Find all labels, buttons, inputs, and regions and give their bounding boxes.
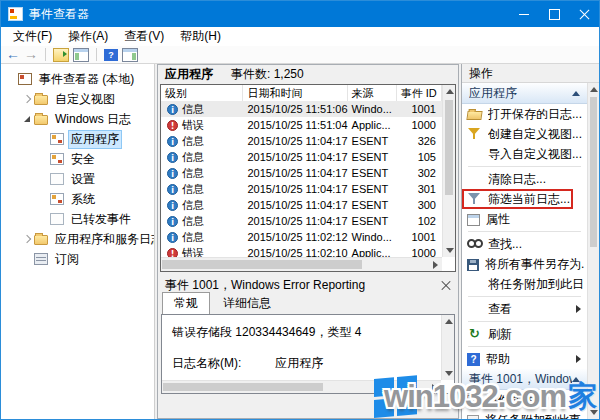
collapse-section-icon[interactable]: [572, 91, 580, 96]
show-action-pane-icon[interactable]: [122, 48, 138, 62]
scroll-up-icon[interactable]: [587, 83, 599, 96]
vertical-scrollbar[interactable]: [587, 83, 599, 419]
tree-expander-collapsed[interactable]: [19, 236, 34, 242]
action-save-all-events-as[interactable]: 将所有事件另存为...: [462, 254, 587, 274]
event-row[interactable]: i信息2015/10/25 11:51:06Windo...1001: [161, 101, 442, 117]
action-item-label: 查找...: [488, 236, 584, 253]
event-row[interactable]: i信息2015/10/25 11:04:17ESENT326: [161, 133, 442, 149]
horizontal-scrollbar[interactable]: [162, 380, 441, 393]
scrollbar-thumb[interactable]: [162, 260, 362, 269]
preview-close-icon[interactable]: [441, 281, 451, 291]
action-open-saved-log[interactable]: 打开保存的日志...: [462, 104, 587, 124]
error-icon: !: [167, 120, 178, 131]
action-section-header-log[interactable]: 应用程序: [462, 83, 587, 104]
scrollbar-thumb[interactable]: [163, 383, 323, 391]
tree-item-windows-logs[interactable]: Windows 日志: [1, 109, 154, 129]
action-separator: [468, 296, 581, 297]
tree-expander-expanded[interactable]: [19, 116, 34, 122]
close-button[interactable]: [569, 1, 599, 27]
minimize-icon: [519, 14, 529, 15]
scrollbar-thumb[interactable]: [445, 100, 453, 195]
event-level-text: 错误: [182, 246, 204, 258]
scroll-right-icon[interactable]: [428, 381, 441, 394]
actions-pane-title: 操作: [462, 64, 599, 83]
show-console-tree-icon[interactable]: [73, 48, 89, 62]
action-properties[interactable]: 属性: [462, 209, 587, 229]
log-icon: [50, 133, 64, 145]
event-description: 错误存储段 120334434649，类型 4: [172, 324, 361, 341]
tree-item-custom-views[interactable]: 自定义视图: [1, 89, 154, 109]
forward-icon[interactable]: →: [24, 47, 38, 62]
vertical-scrollbar[interactable]: [441, 315, 454, 380]
tree-item-setup[interactable]: 设置: [1, 169, 154, 189]
action-help[interactable]: ?帮助: [462, 349, 587, 369]
tree-item-system[interactable]: 系统: [1, 189, 154, 209]
back-icon[interactable]: ←: [6, 47, 20, 62]
horizontal-scrollbar[interactable]: [161, 257, 442, 271]
collapse-section-icon[interactable]: [572, 377, 580, 382]
help-icon[interactable]: ?: [104, 49, 118, 61]
subs-icon: [34, 253, 48, 265]
tree-expander-collapsed[interactable]: [19, 96, 34, 102]
help-icon: ?: [467, 353, 480, 366]
action-attach-task-to-log[interactable]: 将任务附加到此日...: [462, 274, 587, 294]
column-event-id[interactable]: 事件 ID: [397, 85, 442, 101]
event-row[interactable]: i信息2015/10/25 11:04:17ESENT105: [161, 149, 442, 165]
scroll-up-icon[interactable]: [442, 315, 455, 328]
menu-view[interactable]: 查看(V): [116, 28, 172, 45]
event-date-cell: 2015/10/25 11:04:17: [243, 215, 347, 227]
action-find[interactable]: 查找...: [462, 234, 587, 254]
column-level[interactable]: 级别: [161, 85, 243, 101]
minimize-button[interactable]: [509, 1, 539, 27]
scrollbar-thumb[interactable]: [590, 97, 597, 247]
action-attach-task-to-event[interactable]: 将任务附加到此事...: [462, 410, 587, 419]
action-refresh[interactable]: ↻刷新: [462, 324, 587, 344]
tree-item-subscriptions[interactable]: 订阅: [1, 249, 154, 269]
chevron-right-icon: [22, 235, 30, 243]
find-icon: [467, 237, 482, 251]
scroll-up-icon[interactable]: [443, 85, 456, 98]
page-icon: [50, 213, 64, 225]
action-import-custom-view[interactable]: 导入自定义视图...: [462, 144, 587, 164]
tree-item-forwarded-events[interactable]: 已转发事件: [1, 209, 154, 229]
event-row[interactable]: i信息2015/10/25 11:02:12Windo...1001: [161, 229, 442, 245]
action-view[interactable]: 查看: [462, 299, 587, 319]
tree-item-application[interactable]: 应用程序: [1, 129, 154, 149]
menu-help[interactable]: 帮助(H): [172, 28, 229, 45]
menu-action[interactable]: 操作(A): [60, 28, 116, 45]
action-clear-log[interactable]: 清除日志...: [462, 169, 587, 189]
action-filter-current-log[interactable]: 筛选当前日志...: [462, 189, 573, 209]
export-list-icon[interactable]: [53, 48, 69, 62]
tab-details[interactable]: 详细信息: [212, 293, 282, 314]
scroll-down-icon[interactable]: [443, 244, 456, 257]
action-create-custom-view[interactable]: 创建自定义视图...: [462, 124, 587, 144]
scroll-down-icon[interactable]: [587, 406, 599, 419]
event-row[interactable]: i信息2015/10/25 11:04:17ESENT102: [161, 213, 442, 229]
tree-item-label: 应用程序: [68, 130, 122, 149]
scroll-down-icon[interactable]: [442, 367, 455, 380]
event-row[interactable]: i信息2015/10/25 11:04:17ESENT300: [161, 197, 442, 213]
menu-file[interactable]: 文件(F): [5, 28, 60, 45]
action-item-label: 导入自定义视图...: [488, 146, 584, 163]
tree-item-label: Windows 日志: [52, 110, 134, 129]
event-level-cell: i信息: [161, 134, 243, 149]
maximize-button[interactable]: [539, 1, 569, 27]
tree-item-event-viewer-local[interactable]: 事件查看器 (本地): [1, 69, 154, 89]
tab-general[interactable]: 常规: [162, 292, 210, 314]
event-row[interactable]: i信息2015/10/25 11:04:17ESENT302: [161, 165, 442, 181]
event-row[interactable]: i信息2015/10/25 11:04:17ESENT301: [161, 181, 442, 197]
action-section-header-event[interactable]: 事件 1001，Windows ...: [462, 369, 587, 390]
info-icon: i: [167, 104, 178, 115]
action-event-properties[interactable]: 事件属性: [462, 390, 587, 410]
event-row[interactable]: !错误2015/10/25 11:02:10Applic...1000: [161, 245, 442, 257]
event-row[interactable]: !错误2015/10/25 11:51:04Applic...1000: [161, 117, 442, 133]
vertical-scrollbar[interactable]: [442, 85, 455, 257]
toolbar-separator: [96, 48, 97, 61]
tree-item-security[interactable]: 安全: [1, 149, 154, 169]
event-viewer-app-icon: [8, 7, 23, 21]
column-date-time[interactable]: 日期和时间: [243, 85, 347, 101]
event-level-text: 错误: [182, 118, 204, 133]
column-source[interactable]: 来源: [348, 85, 397, 101]
event-date-cell: 2015/10/25 11:51:06: [243, 103, 347, 115]
tree-item-apps-services-logs[interactable]: 应用程序和服务日志: [1, 229, 154, 249]
